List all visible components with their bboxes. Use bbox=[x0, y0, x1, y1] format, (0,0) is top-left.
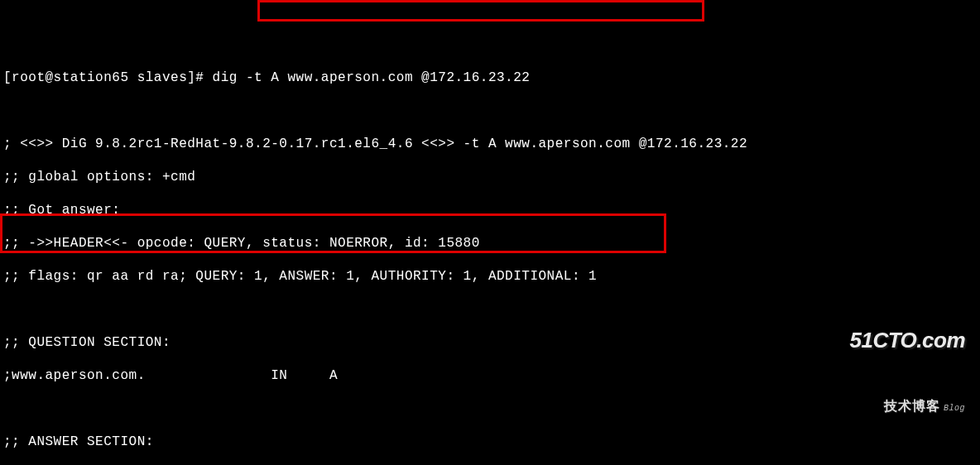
terminal-line-header: ;; ->>HEADER<<- opcode: QUERY, status: N… bbox=[3, 235, 977, 252]
terminal-line-prompt: [root@station65 slaves]# dig -t A www.ap… bbox=[3, 70, 977, 86]
highlight-box-command bbox=[257, 0, 704, 22]
terminal-line-question: ;www.aperson.com. IN A bbox=[3, 367, 977, 384]
terminal-line-question-header: ;; QUESTION SECTION: bbox=[3, 334, 977, 351]
terminal-line-flags: ;; flags: qr aa rd ra; QUERY: 1, ANSWER:… bbox=[3, 268, 977, 285]
terminal-line-blank bbox=[3, 301, 977, 318]
terminal-line-answer-header: ;; ANSWER SECTION: bbox=[3, 434, 977, 450]
terminal-line-options: ;; global options: +cmd bbox=[3, 169, 977, 185]
terminal-line-blank bbox=[3, 400, 977, 417]
terminal-line-got-answer: ;; Got answer: bbox=[3, 202, 977, 218]
terminal-line-banner: ; <<>> DiG 9.8.2rc1-RedHat-9.8.2-0.17.rc… bbox=[3, 136, 977, 152]
terminal-line-blank bbox=[3, 103, 977, 119]
